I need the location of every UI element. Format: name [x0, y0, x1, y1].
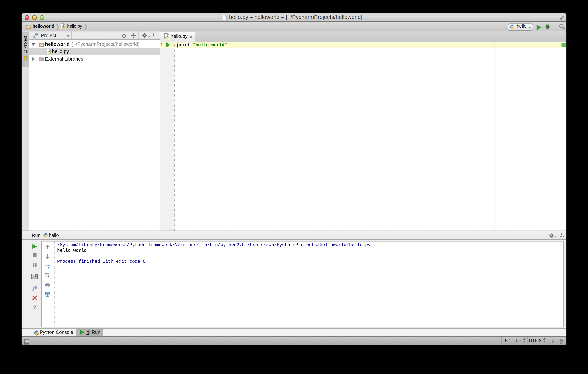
- svg-text:?: ?: [33, 305, 36, 310]
